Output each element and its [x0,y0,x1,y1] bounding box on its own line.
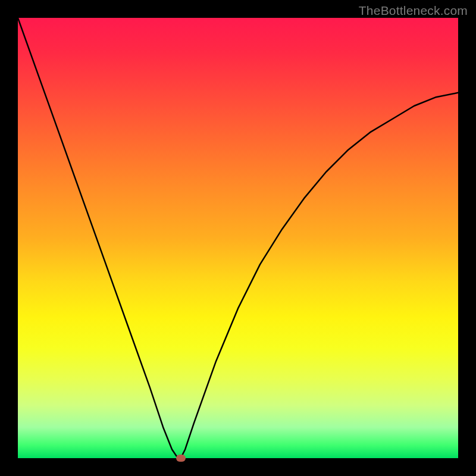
bottleneck-curve [18,18,458,458]
watermark-text: TheBottleneck.com [359,4,468,18]
plot-area [18,18,458,458]
optimal-point-marker [176,455,186,462]
chart-frame: TheBottleneck.com [0,0,476,476]
